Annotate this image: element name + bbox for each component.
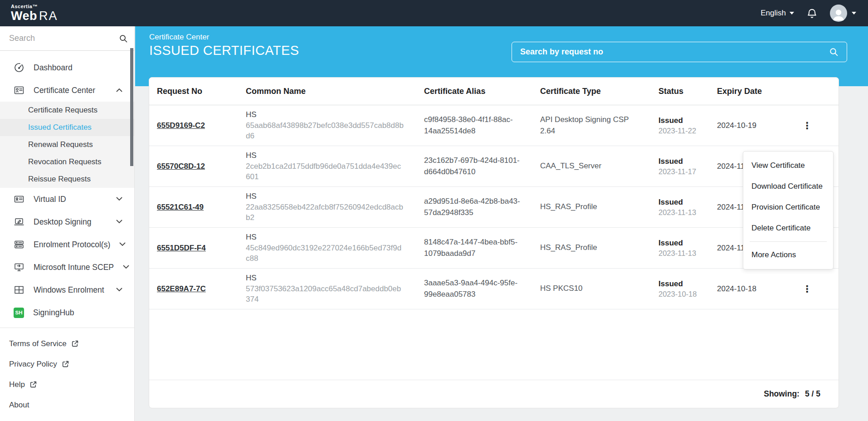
sidebar-item-dashboard[interactable]: Dashboard	[0, 56, 134, 79]
sidebar-item-revocation-requests[interactable]: Revocation Requests	[0, 153, 134, 171]
language-label: English	[761, 9, 786, 18]
sidebar-item-label: Windows Enrolment	[34, 285, 107, 295]
certificate-type: CAA_TLS_Server	[540, 161, 658, 172]
certificate-type: API Desktop Signing CSP 2.64	[540, 114, 658, 137]
user-menu[interactable]	[830, 5, 856, 22]
request-no-link[interactable]: 65570C8D-12	[157, 162, 205, 171]
brand-ra: RA	[39, 9, 58, 23]
sidebar-item-issued-certificates[interactable]: Issued Certificates	[0, 119, 134, 136]
notifications-bell-icon[interactable]	[806, 7, 818, 20]
link-label: Terms of Service	[9, 339, 67, 348]
request-no-link[interactable]: 65521C61-49	[157, 203, 204, 212]
sidebar-item-certificate-requests[interactable]: Certificate Requests	[0, 102, 134, 119]
request-search-input[interactable]	[520, 47, 824, 57]
app-logo[interactable]: Ascertia™ WebRA	[11, 4, 58, 22]
menu-item-view-certificate[interactable]: View Certificate	[743, 155, 833, 176]
chevron-down-icon	[116, 197, 122, 201]
expiry-date: 2024-10-18	[717, 284, 799, 294]
sidebar-item-label: Microsoft Intune SCEP	[34, 263, 114, 272]
sidebar-item-desktop-signing[interactable]: Desktop Signing	[0, 210, 134, 233]
status-badge: Issued	[658, 239, 717, 248]
sidebar-item-certificate-center[interactable]: Certificate Center	[0, 79, 134, 102]
row-actions-kebab-icon[interactable]: ⋮	[799, 119, 815, 132]
status-date: 2023-11-13	[658, 208, 717, 217]
certificate-center-submenu: Certificate Requests Issued Certificates…	[0, 102, 134, 188]
showing-count: 5 / 5	[805, 389, 820, 399]
expiry-date: 2024-10-19	[717, 121, 799, 130]
sidebar-item-label: SigningHub	[33, 308, 122, 318]
status-date: 2023-11-22	[658, 127, 717, 135]
sidebar-item-reissue-requests[interactable]: Reissue Requests	[0, 171, 134, 188]
row-actions-kebab-icon[interactable]: ⋮	[799, 282, 815, 295]
sidebar-item-virtual-id[interactable]: Virtual ID	[0, 188, 134, 210]
sidebar-item-microsoft-intune-scep[interactable]: Microsoft Intune SCEP	[0, 256, 134, 279]
about-link[interactable]: About	[0, 395, 134, 415]
menu-item-download-certificate[interactable]: Download Certificate	[743, 176, 833, 197]
table-row: 6551D5DF-F4 HS45c849ed960dc3192e227024e1…	[149, 228, 839, 269]
search-icon[interactable]	[829, 47, 839, 57]
link-label: Help	[9, 380, 25, 389]
column-header-expiry-date: Expiry Date	[717, 87, 799, 96]
common-name-hash: 2ceb2b1ca2d175ddfb96de0a751dda4e439ec 60…	[246, 161, 424, 183]
menu-item-more-actions[interactable]: More Actions	[743, 245, 833, 265]
table-header-row: Request No Common Name Certificate Alias…	[149, 78, 839, 105]
terms-of-service-link[interactable]: Terms of Service	[0, 333, 134, 354]
help-link[interactable]: Help	[0, 374, 134, 395]
certificate-icon	[14, 85, 24, 96]
status-badge: Issued	[658, 116, 717, 125]
sidebar-item-label: Dashboard	[34, 63, 122, 73]
common-name-hash: 45c849ed960dc3192e227024e166b5ed73f9d c8…	[246, 243, 424, 264]
sidebar-scrollbar[interactable]	[130, 48, 133, 166]
sidebar: Dashboard Certificate Center Certificate…	[0, 26, 135, 421]
submenu-label: Reissue Requests	[28, 175, 91, 184]
sidebar-item-enrolment-protocols[interactable]: Enrolment Protocol(s)	[0, 233, 134, 256]
brand-superscript: Ascertia™	[11, 4, 58, 9]
signinghub-icon: SH	[14, 308, 24, 318]
page-title: ISSUED CERTIFICATES	[149, 43, 299, 58]
sidebar-item-renewal-requests[interactable]: Renewal Requests	[0, 136, 134, 153]
status-badge: Issued	[658, 157, 717, 166]
brand-web: Web	[11, 9, 37, 23]
sidebar-item-windows-enrolment[interactable]: Windows Enrolment	[0, 279, 134, 301]
privacy-policy-link[interactable]: Privacy Policy	[0, 354, 134, 374]
status-date: 2023-10-18	[658, 290, 717, 299]
menu-item-delete-certificate[interactable]: Delete Certificate	[743, 218, 833, 239]
certificate-alias: 8148c47a-1447-4bea-bbf5- 1079baada9d7	[424, 237, 540, 259]
showing-label: Showing:	[764, 389, 800, 399]
submenu-label: Revocation Requests	[28, 157, 102, 166]
certificate-alias: 23c162b7-697b-424d-8101- d664d0b47610	[424, 155, 540, 177]
table-row: 65521C61-49 HS22aa8325658eb422afcb8f7526…	[149, 187, 839, 228]
chevron-down-icon	[123, 265, 129, 269]
certificate-type: HS PKCS10	[540, 283, 658, 294]
table-footer: Showing: 5 / 5	[149, 380, 839, 408]
sidebar-search-input[interactable]	[9, 34, 114, 43]
search-icon[interactable]	[119, 34, 128, 43]
submenu-label: Certificate Requests	[28, 106, 98, 115]
column-header-common-name: Common Name	[246, 87, 424, 96]
sidebar-item-label: Desktop Signing	[34, 217, 107, 227]
column-header-status: Status	[658, 87, 717, 96]
request-no-link[interactable]: 655D9169-C2	[157, 121, 205, 130]
request-no-link[interactable]: 6551D5DF-F4	[157, 244, 206, 253]
column-header-request-no: Request No	[157, 87, 246, 96]
issued-certificates-table-card: Request No Common Name Certificate Alias…	[149, 77, 839, 408]
status-date: 2023-11-17	[658, 167, 717, 176]
link-label: About	[9, 401, 29, 410]
windows-logo-icon	[14, 284, 24, 295]
language-selector[interactable]: English	[761, 9, 794, 18]
chevron-down-icon	[116, 288, 122, 292]
chevron-down-icon	[852, 12, 856, 15]
sidebar-item-signinghub[interactable]: SH SigningHub	[0, 301, 134, 324]
sidebar-item-label: Enrolment Protocol(s)	[34, 240, 110, 250]
table-row: 65570C8D-12 HS2ceb2b1ca2d175ddfb96de0a75…	[149, 146, 839, 187]
request-search-box	[512, 42, 847, 62]
common-name-hash: 65aab68af43898b27befc038e3dd557cab8d8b d…	[246, 120, 424, 142]
external-link-icon	[71, 340, 79, 348]
column-header-certificate-type: Certificate Type	[540, 87, 658, 96]
chevron-up-icon	[116, 88, 122, 93]
server-stack-icon	[14, 239, 24, 250]
menu-item-provision-certificate[interactable]: Provision Certificate	[743, 197, 833, 218]
request-no-link[interactable]: 652E89A7-7C	[157, 284, 206, 294]
avatar	[830, 5, 847, 22]
dashboard-icon	[14, 62, 24, 73]
